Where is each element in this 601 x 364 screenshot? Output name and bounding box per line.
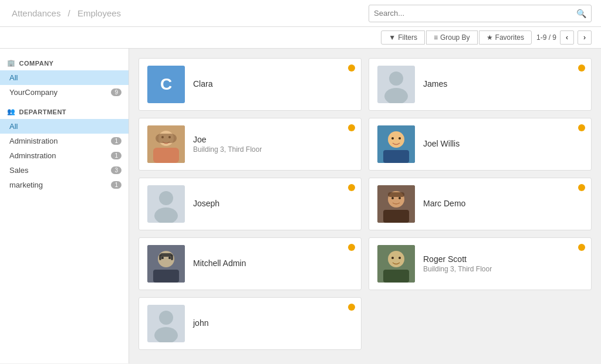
- filters-button[interactable]: ▼ Filters: [381, 30, 425, 45]
- groupby-icon: ≡: [434, 33, 438, 42]
- filters-icon: ▼: [389, 33, 396, 42]
- groupby-label: Group By: [440, 33, 470, 42]
- status-dot-joe: [348, 124, 355, 131]
- employee-info-joe: Joe Building 3, Third Floor: [193, 135, 353, 154]
- photo-svg-mitchell: [147, 245, 185, 283]
- employee-info-clara: Clara: [193, 79, 353, 90]
- employee-card-roger[interactable]: Roger Scott Building 3, Third Floor: [369, 237, 592, 290]
- employee-card-james[interactable]: James: [369, 58, 592, 111]
- status-dot-joel: [578, 124, 585, 131]
- department-section-header: 👥 DEPARTMENT: [0, 104, 129, 119]
- status-dot-john: [348, 304, 355, 311]
- avatar-john: [147, 305, 185, 342]
- employee-name-marc: Marc Demo: [423, 199, 583, 208]
- avatar-roger: [377, 245, 415, 283]
- employee-card-marc[interactable]: Marc Demo: [369, 178, 592, 230]
- status-dot-joseph: [348, 184, 355, 191]
- avatar-joe: [147, 125, 185, 163]
- employee-info-john: john: [193, 318, 353, 329]
- svg-point-34: [159, 311, 173, 325]
- employee-info-joel: Joel Willis: [423, 139, 583, 149]
- employee-info-marc: Marc Demo: [423, 199, 583, 209]
- svg-point-14: [154, 207, 178, 223]
- search-input[interactable]: [374, 9, 576, 18]
- employee-info-mitchell: Mitchell Admin: [193, 258, 353, 269]
- svg-point-32: [391, 257, 394, 259]
- employee-name-joseph: Joseph: [193, 199, 353, 208]
- employee-info-james: James: [423, 79, 583, 90]
- photo-svg-marc: [377, 185, 415, 223]
- svg-rect-31: [383, 270, 409, 283]
- employee-card-joe[interactable]: Joe Building 3, Third Floor: [139, 118, 362, 171]
- avatar-marc: [377, 185, 415, 223]
- photo-svg-roger: [377, 245, 415, 283]
- app-title: Attendances: [12, 8, 60, 18]
- employee-name-joe: Joe: [193, 135, 353, 144]
- avatar-joseph: [147, 185, 185, 223]
- svg-point-9: [388, 131, 404, 148]
- prev-page-button[interactable]: ‹: [560, 30, 574, 45]
- avatar-joel: [377, 125, 415, 163]
- employee-info-joseph: Joseph: [193, 199, 353, 209]
- svg-point-19: [399, 197, 401, 199]
- svg-point-30: [388, 251, 404, 267]
- employee-name-james: James: [423, 79, 583, 89]
- breadcrumb: Attendances / Employees: [9, 8, 123, 18]
- sidebar-item-yourcompany[interactable]: YourCompany 9: [0, 85, 129, 100]
- pagination-count: 1-9 / 9: [536, 33, 556, 42]
- svg-rect-27: [159, 254, 161, 260]
- sidebar-item-adminstration[interactable]: Adminstration 1: [0, 148, 129, 163]
- employee-card-joseph[interactable]: Joseph: [139, 178, 362, 230]
- breadcrumb-separator: /: [68, 8, 70, 18]
- svg-point-13: [159, 191, 173, 205]
- filter-bar: ▼ Filters ≡ Group By ★ Favorites 1-9 / 9…: [0, 27, 601, 49]
- employee-card-joel[interactable]: Joel Willis: [369, 118, 592, 171]
- svg-rect-28: [171, 254, 173, 260]
- sidebar-item-yourcompany-label: YourCompany: [9, 88, 58, 97]
- next-page-button[interactable]: ›: [578, 30, 592, 45]
- svg-point-12: [399, 137, 401, 140]
- administration-badge: 1: [111, 137, 121, 145]
- svg-rect-10: [383, 150, 409, 163]
- svg-point-24: [161, 257, 164, 259]
- svg-rect-7: [156, 134, 177, 143]
- section-title: Employees: [77, 8, 121, 18]
- sidebar-item-marketing[interactable]: marketing 1: [0, 178, 129, 192]
- employee-name-joel: Joel Willis: [423, 139, 583, 148]
- sidebar-item-marketing-label: marketing: [9, 181, 43, 189]
- svg-point-1: [384, 88, 408, 103]
- avatar-mitchell: [147, 245, 185, 283]
- photo-svg-joe: [147, 125, 185, 163]
- status-dot-james: [578, 64, 585, 72]
- sidebar-item-sales[interactable]: Sales 3: [0, 163, 129, 178]
- employee-sub-joe: Building 3, Third Floor: [193, 145, 353, 154]
- placeholder-svg-joseph: [147, 185, 185, 223]
- employee-card-john[interactable]: john: [139, 297, 362, 350]
- employee-card-mitchell[interactable]: Mitchell Admin: [139, 237, 362, 290]
- photo-svg-joel: [377, 125, 415, 163]
- filter-controls: ▼ Filters ≡ Group By ★ Favorites: [381, 30, 532, 45]
- groupby-button[interactable]: ≡ Group By: [426, 30, 478, 45]
- filters-label: Filters: [398, 33, 417, 42]
- svg-rect-17: [383, 210, 409, 223]
- employee-name-clara: Clara: [193, 79, 353, 89]
- placeholder-svg-john: [147, 305, 185, 342]
- sidebar-item-company-all[interactable]: All: [0, 70, 129, 85]
- sidebar-item-administration[interactable]: Administration 1: [0, 134, 129, 148]
- svg-rect-23: [153, 270, 179, 283]
- company-section-label: COMPANY: [19, 60, 54, 67]
- search-icon: 🔍: [576, 9, 586, 18]
- employee-card-clara[interactable]: C Clara: [139, 58, 362, 111]
- search-bar[interactable]: 🔍: [369, 5, 592, 22]
- sidebar-item-administration-label: Administration: [9, 137, 58, 145]
- svg-rect-4: [153, 148, 179, 163]
- status-dot-roger: [578, 244, 585, 251]
- svg-point-18: [391, 197, 394, 199]
- favorites-button[interactable]: ★ Favorites: [479, 30, 532, 45]
- sidebar-item-dept-all[interactable]: All: [0, 119, 129, 134]
- avatar-james: [377, 66, 415, 103]
- employee-sub-roger: Building 3, Third Floor: [423, 265, 583, 273]
- department-section-label: DEPARTMENT: [19, 108, 67, 115]
- status-dot-mitchell: [348, 244, 355, 251]
- status-dot-marc: [578, 184, 585, 191]
